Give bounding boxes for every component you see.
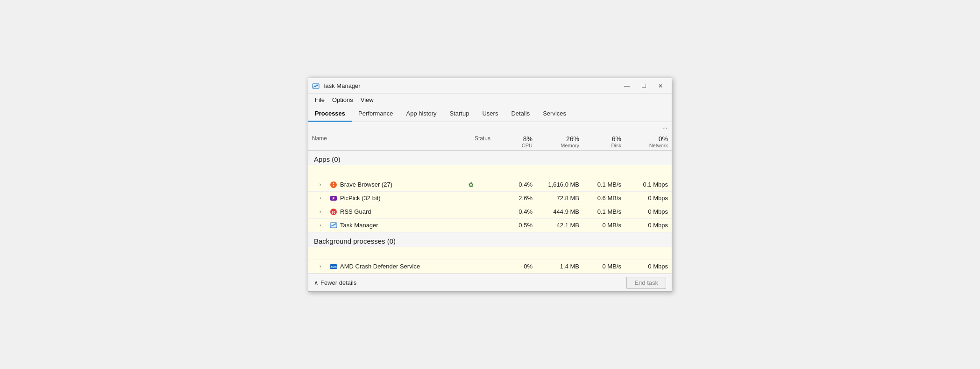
chevron-right-icon[interactable]: ›	[320, 181, 326, 188]
network-cell: 0 Mbps	[625, 205, 672, 218]
tab-app-history[interactable]: App history	[399, 106, 443, 122]
title-bar: Task Manager — ☐ ✕	[308, 78, 672, 94]
chevron-right-icon[interactable]: ›	[320, 195, 326, 202]
spacer-cpu	[494, 250, 536, 256]
memory-cell: 444.9 MB	[536, 205, 583, 218]
fewer-details-label: Fewer details	[320, 279, 356, 286]
window-title: Task Manager	[322, 82, 361, 89]
close-button[interactable]: ✕	[653, 81, 668, 91]
tab-services[interactable]: Services	[536, 106, 573, 122]
table-row[interactable]: › P PicPick (32 bit) 2.6% 72.8 MB 0.6 MB…	[308, 192, 672, 205]
title-bar-left: Task Manager	[312, 82, 361, 90]
eco-icon: ♻	[468, 181, 474, 188]
table-row[interactable]: › Task Manager 0.5% 42.1 MB 0 MB/s 0 Mbp…	[308, 219, 672, 232]
status-cell	[447, 209, 494, 215]
spacer-name	[308, 250, 447, 256]
chevron-right-icon[interactable]: ›	[320, 209, 326, 215]
process-app-icon: P	[330, 195, 337, 202]
disk-cell: 0 MB/s	[583, 260, 625, 273]
sort-row: ︿	[308, 122, 672, 133]
process-name: Task Manager	[340, 222, 378, 229]
spacer-cpu	[494, 168, 536, 174]
menu-bar: File Options View	[308, 94, 672, 106]
memory-cell: 1.4 MB	[536, 260, 583, 273]
spacer-memory	[536, 168, 583, 174]
network-cell: 0.1 Mbps	[625, 178, 672, 191]
svg-text:R: R	[332, 210, 335, 215]
process-app-icon: R	[330, 208, 337, 216]
process-app-icon: AMD	[330, 263, 337, 270]
col-name-header[interactable]: Name	[308, 133, 447, 150]
section-spacer-row	[308, 247, 672, 260]
process-name: PicPick (32 bit)	[340, 195, 381, 202]
table-row[interactable]: › R RSS Guard 0.4% 444.9 MB 0.1 MB/s 0 M…	[308, 205, 672, 219]
process-name: RSS Guard	[340, 208, 371, 215]
spacer-disk	[583, 168, 625, 174]
cpu-cell: 0%	[494, 260, 536, 273]
spacer-network	[625, 168, 672, 174]
tab-processes[interactable]: Processes	[308, 106, 352, 122]
spacer-status	[447, 250, 494, 256]
minimize-button[interactable]: —	[619, 81, 634, 91]
section-spacer-row	[308, 165, 672, 178]
app-icon	[312, 82, 320, 90]
cpu-cell: 2.6%	[494, 192, 536, 204]
tab-performance[interactable]: Performance	[352, 106, 399, 122]
disk-cell: 0.6 MB/s	[583, 192, 625, 204]
tab-startup[interactable]: Startup	[443, 106, 476, 122]
disk-cell: 0 MB/s	[583, 219, 625, 232]
spacer-memory	[536, 250, 583, 256]
svg-text:P: P	[333, 197, 335, 200]
spacer-disk	[583, 250, 625, 256]
cpu-cell: 0.4%	[494, 205, 536, 218]
menu-view[interactable]: View	[357, 94, 377, 105]
maximize-button[interactable]: ☐	[636, 81, 651, 91]
end-task-button[interactable]: End task	[626, 277, 666, 289]
memory-cell: 42.1 MB	[536, 219, 583, 232]
spacer-status	[447, 168, 494, 174]
table-header: Name Status 8% CPU 26% Memory 6%	[308, 133, 672, 151]
menu-options[interactable]: Options	[328, 94, 357, 105]
network-cell: 0 Mbps	[625, 192, 672, 204]
disk-cell: 0.1 MB/s	[583, 205, 625, 218]
memory-cell: 72.8 MB	[536, 192, 583, 204]
fewer-details-button[interactable]: ∧ Fewer details	[314, 279, 356, 286]
status-cell	[447, 195, 494, 201]
process-name-cell: › Task Manager	[308, 219, 447, 232]
cpu-cell: 0.5%	[494, 219, 536, 232]
collapse-arrow-icon: ∧	[314, 279, 319, 286]
section-header-apps: Apps (0)	[308, 151, 672, 165]
chevron-right-icon[interactable]: ›	[320, 263, 326, 270]
col-network-header[interactable]: 0% Network	[625, 133, 672, 150]
menu-file[interactable]: File	[311, 94, 328, 105]
section-header-background: Background processes (0)	[308, 232, 672, 247]
collapse-button[interactable]: ︿	[663, 124, 668, 131]
col-disk-header[interactable]: 6% Disk	[583, 133, 625, 150]
tab-bar: Processes Performance App history Startu…	[308, 106, 672, 122]
spacer-network	[625, 250, 672, 256]
status-cell: ♻	[447, 178, 494, 191]
col-memory-header[interactable]: 26% Memory	[536, 133, 583, 150]
col-status-header[interactable]: Status	[447, 133, 494, 150]
process-name: Brave Browser (27)	[340, 181, 392, 188]
network-cell: 0 Mbps	[625, 219, 672, 232]
tab-users[interactable]: Users	[476, 106, 504, 122]
col-cpu-header[interactable]: 8% CPU	[494, 133, 536, 150]
table-row[interactable]: › AMD AMD Crash Defender Service 0% 1.4 …	[308, 260, 672, 274]
tab-details[interactable]: Details	[504, 106, 536, 122]
disk-cell: 0.1 MB/s	[583, 178, 625, 191]
process-app-icon	[330, 222, 337, 229]
process-name-cell: › R RSS Guard	[308, 205, 447, 218]
footer: ∧ Fewer details End task	[308, 274, 672, 291]
title-controls: — ☐ ✕	[619, 81, 668, 91]
network-cell: 0 Mbps	[625, 260, 672, 273]
spacer-name	[308, 168, 447, 174]
process-table: Apps (0) › Brave Browser (27) ♻ 0.4% 1,6…	[308, 151, 672, 274]
process-name-cell: › Brave Browser (27)	[308, 178, 447, 191]
task-manager-window: Task Manager — ☐ ✕ File Options View Pro…	[308, 78, 672, 292]
chevron-right-icon[interactable]: ›	[320, 222, 326, 229]
memory-cell: 1,616.0 MB	[536, 178, 583, 191]
table-row[interactable]: › Brave Browser (27) ♻ 0.4% 1,616.0 MB 0…	[308, 178, 672, 192]
process-name-cell: › P PicPick (32 bit)	[308, 192, 447, 205]
process-name: AMD Crash Defender Service	[340, 263, 420, 270]
